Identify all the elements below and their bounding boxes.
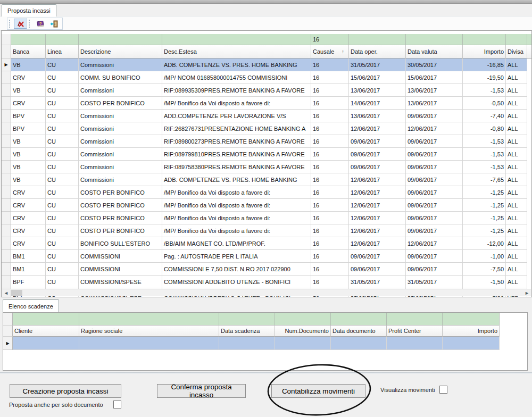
cell-desc-estesa[interactable]: ADB. COMPETENZE VS. PRES. HOME BANKING [162, 59, 311, 71]
cell-data-valuta[interactable]: 13/06/2017 [406, 97, 463, 110]
table-row[interactable]: VBCUCommissioniRIF:089800273PRES.REMOTE … [2, 135, 531, 148]
column-header-linea[interactable]: Linea [46, 45, 79, 59]
cell-divisa[interactable]: ALL [506, 71, 527, 84]
cell-causale[interactable]: 16 [311, 173, 349, 186]
row-selector[interactable] [2, 173, 11, 186]
cell-data-oper[interactable]: 09/06/2017 [349, 263, 406, 276]
cell-banca[interactable]: VB [11, 135, 46, 148]
cell-data-oper[interactable]: 09/06/2017 [349, 161, 406, 173]
table-row[interactable]: CRVCUCOSTO PER BONIFICO/MP/ Bonifico da … [2, 186, 531, 199]
contabilizza-movimenti-button[interactable]: Contabilizza movimenti [271, 384, 365, 398]
cell-linea[interactable]: CU [46, 250, 79, 263]
cell-linea[interactable]: CU [46, 199, 79, 212]
cell-banca[interactable]: CRV [11, 186, 46, 199]
cell-causale[interactable]: 16 [311, 122, 349, 135]
visualizza-movimenti-checkbox[interactable] [439, 386, 447, 394]
cell-desc-estesa[interactable]: COMMISSIONI ADDEBITO UTENZE - BONIFICI [162, 276, 311, 288]
table-row[interactable]: ▶VBCUCommissioniADB. COMPETENZE VS. PRES… [2, 59, 531, 71]
cell-data-oper[interactable]: 12/06/2017 [349, 199, 406, 212]
cell-causale[interactable]: 16 [311, 250, 349, 263]
cell-data-oper[interactable]: 31/05/2017 [349, 59, 406, 71]
cell-linea[interactable]: CU [46, 148, 79, 161]
cell-descrizione[interactable]: COMMISSIONI [79, 263, 162, 276]
cell-importo[interactable]: -1,25 [463, 212, 506, 224]
cell-data-oper[interactable]: 12/06/2017 [349, 186, 406, 199]
cell-banca[interactable]: CRV [11, 224, 46, 237]
table-row[interactable]: CRVCUCOSTO PER BONIFICO/MP/ Bonifico da … [2, 97, 531, 110]
cell-divisa[interactable]: ALL [506, 173, 527, 186]
cell-desc-estesa[interactable]: /BB/AIM MAGNET CO. LTD/MP/PROF. [162, 237, 311, 250]
column-header-divisa[interactable]: Divisa [506, 45, 527, 59]
cell-banca[interactable]: CRV [11, 212, 46, 224]
cell-ragione-sociale[interactable] [79, 337, 219, 350]
row-selector[interactable] [2, 199, 11, 212]
cell-importo[interactable]: -16,85 [463, 59, 506, 71]
cell-data-valuta[interactable]: 09/06/2017 [406, 173, 463, 186]
cell-causale[interactable]: 16 [311, 59, 349, 71]
cell-importo[interactable]: -7,40 [463, 110, 506, 122]
cell-data-valuta[interactable]: 09/06/2017 [406, 212, 463, 224]
cell-data-documento[interactable] [331, 337, 387, 350]
filter-cell-banca[interactable] [11, 34, 46, 45]
cell-data-valuta[interactable]: 09/06/2017 [406, 224, 463, 237]
cell-desc-estesa[interactable]: ADB. COMPETENZE VS. PRES. HOME BANKING [162, 173, 311, 186]
cell-data-oper[interactable]: 12/06/2017 [349, 212, 406, 224]
cell-linea[interactable]: CU [46, 59, 79, 71]
cell-linea[interactable]: CU [46, 186, 79, 199]
row-selector[interactable] [2, 135, 11, 148]
cell-descrizione[interactable]: COSTO PER BONIFICO [79, 186, 162, 199]
cell-data-oper[interactable]: 12/06/2017 [349, 237, 406, 250]
row-selector[interactable] [2, 148, 11, 161]
column-header-importo[interactable]: Importo [463, 45, 506, 59]
cell-importo[interactable]: -1,53 [463, 135, 506, 148]
cell-banca[interactable]: VB [11, 161, 46, 173]
cell-desc-estesa[interactable]: /MP/ NCOM 016858000014755 COMMISSIONI [162, 71, 311, 84]
cell-desc-estesa[interactable]: /MP/ Bonifico da Voi disposto a favore d… [162, 224, 311, 237]
conferma-proposta-button[interactable]: Conferma proposta incasso [157, 384, 246, 398]
table-row[interactable]: CRVCUCOMM. SU BONIFICO/MP/ NCOM 01685800… [2, 71, 531, 84]
cancel-button[interactable] [14, 19, 28, 29]
cell-banca[interactable]: CRV [11, 71, 46, 84]
cell-data-oper[interactable]: 12/06/2017 [349, 224, 406, 237]
cell-importo[interactable]: -1,00 [463, 250, 506, 263]
cell-banca[interactable]: VB [11, 173, 46, 186]
cell-importo[interactable]: -1,25 [463, 199, 506, 212]
cell-data-valuta[interactable]: 09/06/2017 [406, 135, 463, 148]
cell-data-oper[interactable]: 09/06/2017 [349, 250, 406, 263]
cell-descrizione[interactable]: COMMISSIONI/SPESE [79, 276, 162, 288]
cell-linea[interactable]: CU [46, 173, 79, 186]
filter-cell-importo[interactable] [463, 34, 506, 45]
cell-divisa[interactable]: ALL [506, 199, 527, 212]
column-header-col[interactable] [527, 45, 532, 59]
cell-causale[interactable]: 16 [311, 84, 349, 97]
cell-desc-estesa[interactable]: RIF:089758380PRES.REMOTE BANKING A FAVOR… [162, 161, 311, 173]
cell-data-valuta[interactable]: 09/06/2017 [406, 148, 463, 161]
cell-importo[interactable]: -0,80 [463, 122, 506, 135]
cell-importo[interactable]: -19,50 [463, 71, 506, 84]
cell-data-valuta[interactable]: 13/06/2017 [406, 84, 463, 97]
cell-desc-estesa[interactable]: RIF:268276731PRESENTAZIONE HOME BANKING … [162, 122, 311, 135]
cell-data-oper[interactable]: 12/06/2017 [349, 122, 406, 135]
table-row[interactable]: VBCUCommissioniRIF:089935309PRES.REMOTE … [2, 84, 531, 97]
cell-linea[interactable]: CU [46, 161, 79, 173]
row-selector[interactable] [2, 186, 11, 199]
cell-desc-estesa[interactable]: /MP/ Bonifico da Voi disposto a favore d… [162, 97, 311, 110]
column-header-descrizione[interactable]: Descrizione [79, 45, 162, 59]
table-row[interactable]: CRVCUCOSTO PER BONIFICO/MP/ Bonifico da … [2, 199, 531, 212]
cell-descrizione[interactable]: COSTO PER BONIFICO [79, 224, 162, 237]
cell-data-oper[interactable]: 14/06/2017 [349, 97, 406, 110]
column-header-banca[interactable]: Banca [11, 45, 46, 59]
tab-elenco-scadenze[interactable]: Elenco scadenze [3, 299, 59, 312]
column-header-desc-estesa[interactable]: Desc.Estesa [162, 45, 311, 59]
cell-banca[interactable]: BM1 [11, 263, 46, 276]
column-header-profit-center[interactable]: Profit Center [387, 326, 443, 337]
cell-causale[interactable]: 16 [311, 224, 349, 237]
cell-data-oper[interactable]: 09/06/2017 [349, 148, 406, 161]
row-selector[interactable] [2, 212, 11, 224]
cell-desc-estesa[interactable]: /MP/ Bonifico da Voi disposto a favore d… [162, 199, 311, 212]
row-selector[interactable] [2, 97, 11, 110]
row-selector[interactable] [2, 237, 11, 250]
filter-cell-importo[interactable] [443, 313, 500, 326]
cell-descrizione[interactable]: COSTO PER BONIFICO [79, 212, 162, 224]
table-row[interactable]: CRVCUCOSTO PER BONIFICO/MP/ Bonifico da … [2, 224, 531, 237]
